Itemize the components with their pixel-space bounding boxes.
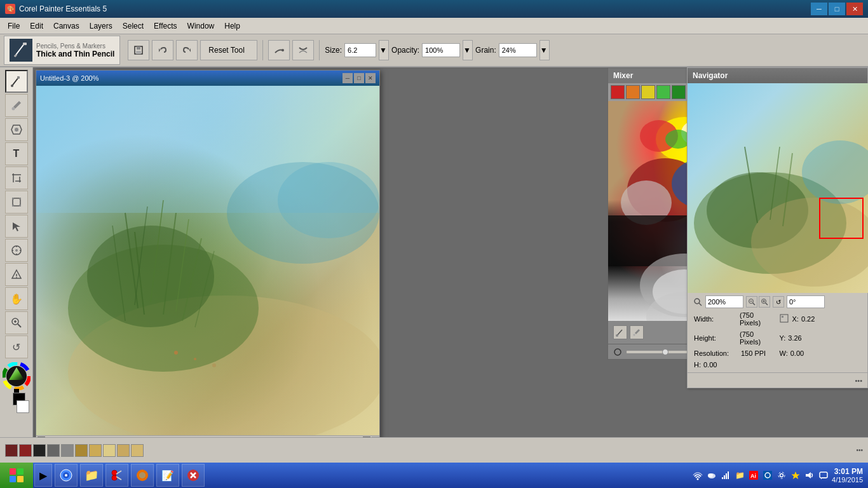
size-input[interactable] [344, 43, 376, 57]
nav-height-row: Height: (750 Pixels) [693, 329, 777, 347]
star-icon[interactable] [790, 470, 801, 481]
swatch-red[interactable] [611, 85, 625, 99]
taskbar-folder-btn[interactable]: 📁 [80, 464, 103, 487]
menu-help[interactable]: Help [219, 20, 245, 32]
clone-tool-btn[interactable] [5, 239, 28, 262]
grain-input[interactable] [499, 43, 537, 57]
taskbar-scissors-btn[interactable] [105, 464, 128, 487]
swatch-yellow[interactable] [641, 85, 655, 99]
crop-tool-btn[interactable] [5, 166, 28, 189]
bottom-swatch-3[interactable] [47, 444, 60, 457]
painting-canvas[interactable] [36, 86, 379, 435]
bottom-swatch-7[interactable] [103, 444, 116, 457]
blend-btn[interactable] [292, 40, 314, 60]
text-tool-btn[interactable]: T [5, 142, 28, 165]
taskbar-firefox-btn[interactable] [131, 464, 154, 487]
bottom-swatch-0[interactable] [5, 444, 18, 457]
transform-tool-btn[interactable] [5, 191, 28, 214]
svg-line-89 [699, 303, 702, 306]
redo-button[interactable] [176, 40, 198, 60]
minimize-button[interactable]: ─ [811, 3, 827, 15]
bottom-swatch-1[interactable] [19, 444, 32, 457]
dodge-tool-btn[interactable] [5, 263, 28, 286]
volume-icon[interactable] [804, 470, 815, 481]
menu-window[interactable]: Window [182, 20, 220, 32]
dropper-tool-btn[interactable] [5, 94, 28, 117]
size-dropdown[interactable]: ▼ [379, 40, 389, 60]
svg-rect-116 [722, 477, 723, 479]
svg-rect-5 [136, 51, 141, 54]
swatch-green[interactable] [656, 85, 670, 99]
chat-icon[interactable] [818, 470, 829, 481]
bottom-swatch-9[interactable] [131, 444, 144, 457]
undo-button[interactable] [152, 40, 173, 60]
opacity-dropdown[interactable]: ▼ [463, 40, 473, 60]
color-wheel-btn[interactable] [3, 362, 31, 390]
taskbar-media-btn[interactable]: ▶ [34, 464, 52, 487]
canvas-maximize[interactable]: □ [354, 73, 364, 83]
reset-tool-button[interactable]: Reset Tool [200, 40, 257, 60]
bottom-swatch-4[interactable] [61, 444, 74, 457]
menu-file[interactable]: File [3, 20, 25, 32]
canvas-close[interactable]: ✕ [365, 73, 376, 83]
menu-canvas[interactable]: Canvas [48, 20, 85, 32]
close-button[interactable]: ✕ [846, 3, 863, 15]
background-color[interactable] [17, 400, 29, 413]
signal-icon[interactable] [720, 470, 731, 481]
mixer-eyedrop-btn[interactable] [630, 325, 644, 339]
opacity-input[interactable] [422, 43, 460, 57]
corel-icon[interactable] [762, 470, 773, 481]
swatch-orange[interactable] [626, 85, 640, 99]
folder-sys-icon[interactable]: 📁 [734, 470, 745, 481]
network-icon[interactable] [692, 470, 703, 481]
menu-edit[interactable]: Edit [25, 20, 48, 32]
svg-point-115 [708, 473, 713, 477]
menu-layers[interactable]: Layers [85, 20, 118, 32]
grain-dropdown[interactable]: ▼ [539, 40, 550, 60]
mixer-brush-btn[interactable] [613, 325, 627, 339]
svg-point-59 [212, 363, 216, 367]
svg-point-107 [112, 475, 117, 480]
maximize-button[interactable]: □ [829, 3, 845, 15]
bottom-swatch-6[interactable] [89, 444, 102, 457]
rotate-tool-btn[interactable]: ↺ [5, 336, 28, 358]
tool-preset-text: Pencils, Pens & Markers Thick and Thin P… [36, 43, 114, 58]
rotation-btns: ↺ [773, 296, 784, 308]
canvas-minimize[interactable]: ─ [342, 73, 353, 83]
nav-res-value: 150 PPI [741, 349, 766, 357]
zoom-input[interactable] [705, 295, 743, 308]
brush-tool-btn[interactable] [5, 70, 28, 93]
zoom-in-btn[interactable] [759, 296, 770, 308]
bottom-swatch-2[interactable] [33, 444, 46, 457]
navigator-artwork-svg [688, 83, 868, 293]
smudge-btn[interactable] [268, 40, 290, 60]
mixer-size-thumb[interactable] [662, 349, 668, 355]
fill-tool-btn[interactable] [5, 118, 28, 141]
bottom-more-dots: ••• [856, 447, 863, 454]
hand-tool-btn[interactable]: ✋ [5, 287, 28, 310]
rotate-ccw-btn[interactable]: ↺ [773, 296, 784, 308]
bottom-swatch-8[interactable] [117, 444, 130, 457]
adobe-icon[interactable]: Ai [748, 470, 759, 481]
taskbar-painter-btn[interactable] [182, 464, 205, 487]
taskbar-browser-btn[interactable] [55, 464, 78, 487]
start-button[interactable] [0, 463, 33, 488]
bottom-swatch-5[interactable] [75, 444, 88, 457]
select-arrow-tool-btn[interactable] [5, 215, 28, 238]
menu-select[interactable]: Select [118, 20, 149, 32]
size-label: Size: [325, 46, 342, 55]
menu-effects[interactable]: Effects [149, 20, 182, 32]
window-controls: ─ □ ✕ [811, 3, 863, 15]
rotation-input[interactable] [787, 295, 825, 308]
zoom-tool-btn[interactable] [5, 311, 28, 334]
canvas-window-controls: ─ □ ✕ [342, 73, 376, 83]
cloud-icon[interactable] [706, 470, 717, 481]
swatch-dark-green[interactable] [672, 85, 686, 99]
settings-icon[interactable] [776, 470, 787, 481]
save-button[interactable] [128, 40, 149, 60]
zoom-out-btn[interactable] [746, 296, 757, 308]
taskbar-notes-btn[interactable]: 📝 [156, 464, 179, 487]
svg-line-91 [753, 303, 756, 306]
navigator-dimensions: Width: (750 Pixels) X: 0.22 Height: (750… [693, 310, 862, 370]
clock-area[interactable]: 3:01 PM 4/19/2015 [832, 467, 863, 484]
